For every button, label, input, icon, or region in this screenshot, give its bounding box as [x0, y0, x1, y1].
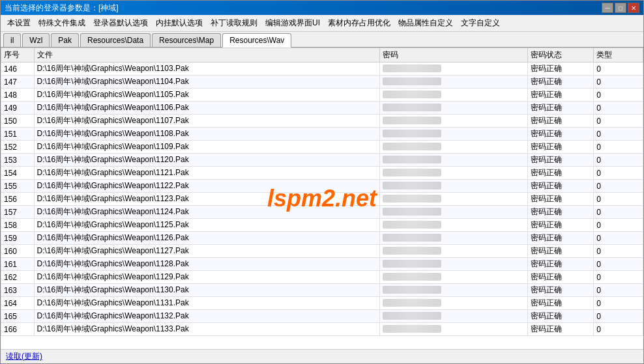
tab-il[interactable]: il [3, 33, 21, 47]
cell-pass [379, 323, 527, 336]
cell-status: 密码正确 [528, 180, 594, 193]
cell-file: D:\16周年\神域\Graphics\Weapon\1108.Pak [34, 128, 379, 141]
cell-type: 0 [594, 193, 643, 206]
tab-wzl[interactable]: Wzl [22, 33, 50, 47]
table-row[interactable]: 149D:\16周年\神域\Graphics\Weapon\1106.Pak密码… [1, 102, 643, 115]
cell-pass [379, 167, 527, 180]
cell-status: 密码正确 [528, 219, 594, 232]
table-row[interactable]: 147D:\16周年\神域\Graphics\Weapon\1104.Pak密码… [1, 76, 643, 89]
cell-status: 密码正确 [528, 310, 594, 323]
table-row[interactable]: 158D:\16周年\神域\Graphics\Weapon\1125.Pak密码… [1, 219, 643, 232]
table-row[interactable]: 155D:\16周年\神域\Graphics\Weapon\1122.Pak密码… [1, 180, 643, 193]
col-header-status: 密码状态 [528, 48, 594, 63]
cell-status: 密码正确 [528, 115, 594, 128]
menu-item-login-defaults[interactable]: 登录器默认选项 [89, 16, 152, 30]
cell-type: 0 [594, 323, 643, 336]
table-row[interactable]: 161D:\16周年\神域\Graphics\Weapon\1128.Pak密码… [1, 258, 643, 271]
cell-type: 0 [594, 245, 643, 258]
table-row[interactable]: 154D:\16周年\神域\Graphics\Weapon\1121.Pak密码… [1, 167, 643, 180]
tab-resources-map[interactable]: Resources\Map [152, 33, 221, 47]
tab-bar: il Wzl Pak Resources\Data Resources\Map … [1, 32, 643, 48]
cell-status: 密码正确 [528, 89, 594, 102]
cell-pass [379, 206, 527, 219]
minimize-button[interactable]: ─ [602, 3, 613, 13]
cell-pass [379, 102, 527, 115]
cell-type: 0 [594, 206, 643, 219]
cell-pass [379, 245, 527, 258]
cell-num: 148 [1, 89, 35, 102]
menu-item-text-custom[interactable]: 文字自定义 [457, 16, 504, 30]
cell-status: 密码正确 [528, 193, 594, 206]
menu-item-inner-defaults[interactable]: 内挂默认选项 [152, 16, 207, 30]
cell-file: D:\16周年\神域\Graphics\Weapon\1104.Pak [34, 76, 379, 89]
cell-file: D:\16周年\神域\Graphics\Weapon\1120.Pak [34, 154, 379, 167]
cell-pass [379, 128, 527, 141]
table-row[interactable]: 162D:\16周年\神域\Graphics\Weapon\1129.Pak密码… [1, 271, 643, 284]
tab-resources-data[interactable]: Resources\Data [80, 33, 151, 47]
menu-item-item-attr[interactable]: 物品属性自定义 [394, 16, 457, 30]
cell-file: D:\16周年\神域\Graphics\Weapon\1124.Pak [34, 206, 379, 219]
table-row[interactable]: 166D:\16周年\神域\Graphics\Weapon\1133.Pak密码… [1, 323, 643, 336]
cell-status: 密码正确 [528, 258, 594, 271]
table-row[interactable]: 165D:\16周年\神域\Graphics\Weapon\1132.Pak密码… [1, 310, 643, 323]
table-row[interactable]: 153D:\16周年\神域\Graphics\Weapon\1120.Pak密码… [1, 154, 643, 167]
cell-type: 0 [594, 76, 643, 89]
cell-status: 密码正确 [528, 63, 594, 76]
cell-num: 152 [1, 141, 35, 154]
menu-item-settings[interactable]: 本设置 [3, 16, 35, 30]
title-bar: 当前选择的登录器参数是：[神域] ─ □ ✕ [1, 1, 643, 15]
cell-type: 0 [594, 271, 643, 284]
table-row[interactable]: 146D:\16周年\神域\Graphics\Weapon\1103.Pak密码… [1, 63, 643, 76]
table-container: lspm2.net 序号 文件 密码 密码状态 类型 146D:\16周年\神域… [1, 48, 643, 349]
table-row[interactable]: 164D:\16周年\神域\Graphics\Weapon\1131.Pak密码… [1, 297, 643, 310]
col-header-num: 序号 [1, 48, 35, 63]
cell-pass [379, 180, 527, 193]
col-header-file: 文件 [34, 48, 379, 63]
tab-pak[interactable]: Pak [51, 33, 79, 47]
table-row[interactable]: 156D:\16周年\神域\Graphics\Weapon\1123.Pak密码… [1, 193, 643, 206]
cell-pass [379, 310, 527, 323]
cell-type: 0 [594, 89, 643, 102]
table-row[interactable]: 152D:\16周年\神域\Graphics\Weapon\1109.Pak密码… [1, 141, 643, 154]
cell-type: 0 [594, 63, 643, 76]
title-bar-buttons: ─ □ ✕ [602, 3, 639, 13]
table-row[interactable]: 148D:\16周年\神域\Graphics\Weapon\1105.Pak密码… [1, 89, 643, 102]
menu-item-files[interactable]: 特殊文件集成 [35, 16, 89, 30]
table-body: 146D:\16周年\神域\Graphics\Weapon\1103.Pak密码… [1, 63, 643, 336]
cell-num: 146 [1, 63, 35, 76]
bottom-bar: 读取(更新) [1, 349, 643, 363]
cell-status: 密码正确 [528, 271, 594, 284]
table-row[interactable]: 160D:\16周年\神域\Graphics\Weapon\1127.Pak密码… [1, 245, 643, 258]
table-row[interactable]: 151D:\16周年\神域\Graphics\Weapon\1108.Pak密码… [1, 128, 643, 141]
cell-type: 0 [594, 258, 643, 271]
cell-type: 0 [594, 219, 643, 232]
col-header-type: 类型 [594, 48, 643, 63]
cell-num: 162 [1, 271, 35, 284]
tab-resources-wav[interactable]: Resources\Wav [222, 33, 291, 48]
cell-pass [379, 232, 527, 245]
refresh-link[interactable]: 读取(更新) [6, 351, 42, 362]
cell-type: 0 [594, 128, 643, 141]
cell-status: 密码正确 [528, 284, 594, 297]
cell-num: 164 [1, 297, 35, 310]
table-row[interactable]: 163D:\16周年\神域\Graphics\Weapon\1130.Pak密码… [1, 284, 643, 297]
maximize-button[interactable]: □ [615, 3, 626, 13]
menu-item-edit-ui[interactable]: 编辑游戏界面UI [261, 16, 324, 30]
cell-pass [379, 297, 527, 310]
cell-file: D:\16周年\神域\Graphics\Weapon\1105.Pak [34, 89, 379, 102]
menu-item-patch-rules[interactable]: 补丁读取规则 [207, 16, 261, 30]
table-row[interactable]: 157D:\16周年\神域\Graphics\Weapon\1124.Pak密码… [1, 206, 643, 219]
cell-file: D:\16周年\神域\Graphics\Weapon\1123.Pak [34, 193, 379, 206]
close-button[interactable]: ✕ [628, 3, 639, 13]
cell-file: D:\16周年\神域\Graphics\Weapon\1128.Pak [34, 258, 379, 271]
table-row[interactable]: 150D:\16周年\神域\Graphics\Weapon\1107.Pak密码… [1, 115, 643, 128]
window-title: 当前选择的登录器参数是：[神域] [5, 3, 119, 14]
cell-type: 0 [594, 115, 643, 128]
table-row[interactable]: 159D:\16周年\神域\Graphics\Weapon\1126.Pak密码… [1, 232, 643, 245]
cell-type: 0 [594, 141, 643, 154]
cell-file: D:\16周年\神域\Graphics\Weapon\1126.Pak [34, 232, 379, 245]
cell-pass [379, 219, 527, 232]
cell-pass [379, 63, 527, 76]
menu-item-memory-opt[interactable]: 素材内存占用优化 [324, 16, 394, 30]
cell-file: D:\16周年\神域\Graphics\Weapon\1122.Pak [34, 180, 379, 193]
